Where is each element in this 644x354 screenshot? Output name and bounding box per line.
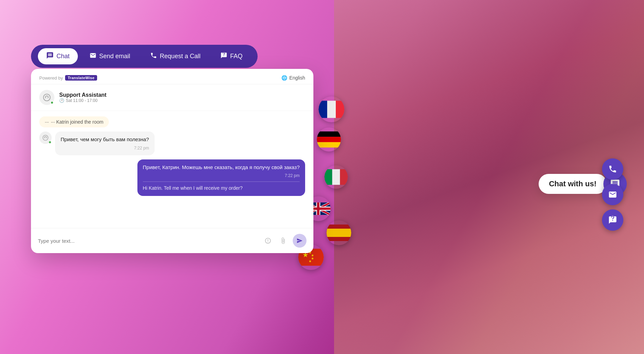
globe-icon: 🌐 [281,75,287,81]
svg-text:★: ★ [309,259,312,263]
language-selector[interactable]: 🌐 English [281,75,305,81]
incoming-message: Привет, чем могу быть вам полезна? 7:22 … [55,132,155,155]
support-avatar-container [39,90,54,105]
chat-input-area [31,228,313,253]
chat-cta-text: Chat with us! [539,174,607,194]
nav-item-call[interactable]: Request a Call [142,49,209,64]
dots-icon: ··· [45,119,49,125]
nav-item-email[interactable]: Send email [81,49,138,64]
msg-online-dot [49,141,51,144]
faq-nav-label: FAQ [230,53,242,60]
outgoing-message-row: Привет, Катрин. Можешь мне сказать, когд… [39,159,305,196]
powered-by-label: Powered by [39,75,63,81]
phone-nav-icon [150,52,157,61]
svg-rect-14 [326,229,351,237]
chat-widget-header: Powered by TranslateWise 🌐 English [31,69,313,84]
french-flag [319,96,344,122]
powered-by: Powered by TranslateWise [39,75,97,81]
mention-button[interactable] [262,235,273,246]
main-container: Chat Send email Request a Call [0,0,644,354]
svg-rect-6 [324,169,332,185]
support-hours: 🕐 Sat 11:00 - 17:00 [59,98,106,103]
language-label: English [289,75,305,81]
online-indicator [50,101,54,104]
incoming-time: 7:22 pm [61,145,149,151]
italian-flag [324,165,348,189]
side-email-button[interactable] [602,184,623,205]
side-phone-button[interactable] [602,158,623,180]
chat-input[interactable] [38,238,258,244]
spanish-flag [326,220,351,245]
attachment-button[interactable] [278,235,289,246]
svg-rect-3 [317,132,341,137]
join-notification: ··· ··· Katrin joined the room [39,116,109,127]
svg-rect-0 [319,101,327,118]
outgoing-bubble: Привет, Катрин. Можешь мне сказать, когд… [137,159,305,196]
join-text: ··· Katrin joined the room [51,119,104,125]
translated-text: Hi Katrin. Tell me when I will receive m… [143,181,300,192]
msg-avatar [39,132,52,144]
email-nav-label: Send email [99,53,130,60]
nav-item-chat[interactable]: Chat [38,48,78,64]
svg-rect-1 [327,101,336,118]
outgoing-time: 7:22 pm [143,173,300,179]
svg-rect-5 [317,142,341,148]
svg-rect-7 [332,169,340,185]
chat-messages: ··· ··· Katrin joined the room Привет, ч… [31,111,313,228]
incoming-bubble: Привет, чем могу быть вам полезна? 7:22 … [55,132,155,155]
support-info: Support Assistant 🕐 Sat 11:00 - 17:00 [31,84,313,111]
nav-item-faq[interactable]: FAQ [212,49,251,64]
support-details: Support Assistant 🕐 Sat 11:00 - 17:00 [59,92,106,103]
chat-nav-label: Chat [56,53,70,60]
clock-icon: 🕐 [59,98,64,103]
outgoing-text: Привет, Катрин. Можешь мне сказать, когд… [143,164,300,170]
call-nav-label: Request a Call [160,53,200,60]
side-buttons-panel [602,158,623,231]
brand-badge: TranslateWise [65,75,97,81]
send-button[interactable] [293,234,307,248]
chat-nav-icon [46,52,54,61]
svg-rect-4 [317,137,341,142]
german-flag [317,127,341,152]
faq-nav-icon [220,52,227,61]
incoming-text: Привет, чем могу быть вам полезна? [61,136,149,142]
side-faq-button[interactable] [602,209,623,231]
navigation-bar: Chat Send email Request a Call [31,45,258,68]
chat-widget: Powered by TranslateWise 🌐 English Suppo… [31,69,313,253]
support-name: Support Assistant [59,92,106,98]
incoming-message-row: Привет, чем могу быть вам полезна? 7:22 … [39,132,305,155]
input-actions [262,234,307,248]
email-nav-icon [90,52,96,61]
